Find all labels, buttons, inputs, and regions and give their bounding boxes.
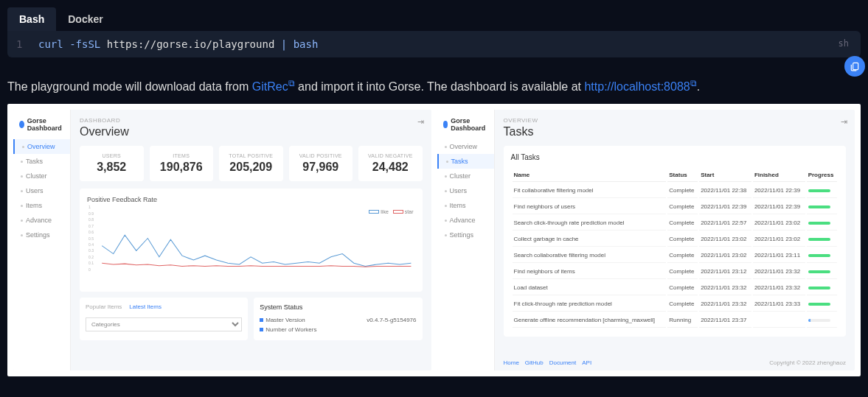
system-status-row: Master Versionv0.4.7-5-g5154976 <box>260 315 416 325</box>
svg-text:0.9: 0.9 <box>88 211 94 216</box>
sidebar-item-items[interactable]: Items <box>13 198 70 213</box>
sidebar-item-overview[interactable]: Overview <box>437 139 494 154</box>
task-start: 2022/11/01 23:32 <box>699 281 751 295</box>
task-progress <box>807 297 837 312</box>
svg-text:0.4: 0.4 <box>88 242 94 247</box>
stat-card: USERS 3,852 <box>80 146 144 181</box>
sidebar-item-tasks[interactable]: Tasks <box>437 154 494 169</box>
task-start: 2022/11/01 22:39 <box>699 200 751 214</box>
task-start: 2022/11/01 23:02 <box>699 232 751 247</box>
sidebar: Gorse Dashboard Overview Tasks Cluster U… <box>437 110 495 370</box>
footer-link[interactable]: Home <box>504 359 519 366</box>
task-progress <box>807 216 837 231</box>
task-progress <box>807 281 837 295</box>
svg-text:1: 1 <box>88 205 91 210</box>
task-name: Find neighbors of items <box>513 264 667 279</box>
gitrec-link[interactable]: GitRec⧉ <box>252 80 295 93</box>
system-status-card: System Status Master Versionv0.4.7-5-g51… <box>254 298 422 340</box>
tasks-screenshot: Gorse Dashboard Overview Tasks Cluster U… <box>437 110 855 370</box>
tab-docker[interactable]: Docker <box>56 7 114 31</box>
sidebar-item-settings[interactable]: Settings <box>13 228 70 242</box>
task-finished: 2022/11/01 22:39 <box>753 200 805 214</box>
footer-link[interactable]: GitHub <box>525 359 544 366</box>
logo-icon <box>443 121 448 128</box>
tasks-main: ⇥ OVERVIEW Tasks All Tasks Name Status S… <box>495 110 855 370</box>
popular-items-card: Popular Items Latest Items Categories <box>80 298 248 340</box>
task-finished: 2022/11/01 22:39 <box>753 183 805 198</box>
task-name: Fit collaborative filtering model <box>513 183 667 198</box>
sidebar-item-users[interactable]: Users <box>437 183 494 198</box>
sidebar-item-cluster[interactable]: Cluster <box>13 169 70 183</box>
svg-text:0.6: 0.6 <box>88 230 94 234</box>
table-row: Fit click-through rate prediction model … <box>513 297 838 312</box>
tasks-table: Name Status Start Finished Progress Fit … <box>511 167 839 329</box>
system-status-title: System Status <box>260 303 416 311</box>
logout-icon[interactable]: ⇥ <box>417 117 424 127</box>
copy-button[interactable] <box>844 56 865 77</box>
col-finished: Finished <box>753 169 805 182</box>
stat-label: VALID POSITIVE <box>294 153 349 158</box>
task-name: Generate offline recommendation [charmin… <box>513 313 667 328</box>
stat-card: VALID NEGATIVE 24,482 <box>358 146 423 181</box>
sidebar-item-advance[interactable]: Advance <box>437 213 494 228</box>
sidebar-item-cluster[interactable]: Cluster <box>437 169 494 183</box>
task-progress <box>807 183 837 198</box>
task-status: Complete <box>667 264 698 279</box>
task-name: Load dataset <box>513 281 667 295</box>
task-name: Collect garbage in cache <box>513 232 667 247</box>
code-language-label: sh <box>839 38 849 49</box>
footer: HomeGitHubDocumentAPI Copyright © 2022 z… <box>504 359 847 366</box>
task-start: 2022/11/01 22:57 <box>699 216 751 231</box>
task-finished: 2022/11/01 23:02 <box>753 232 805 247</box>
svg-text:0.2: 0.2 <box>88 255 94 259</box>
screenshots-container: Gorse Dashboard Overview Tasks Cluster U… <box>7 104 861 376</box>
sidebar-item-users[interactable]: Users <box>13 183 70 198</box>
clipboard-icon <box>850 61 860 71</box>
chart-legend: like star <box>369 209 413 214</box>
task-start: 2022/11/01 23:02 <box>699 248 751 263</box>
task-status: Complete <box>667 297 698 312</box>
task-progress <box>807 248 837 263</box>
table-row: Load dataset Complete 2022/11/01 23:32 2… <box>513 281 838 295</box>
col-status: Status <box>667 169 698 182</box>
sidebar-item-tasks[interactable]: Tasks <box>13 154 70 169</box>
localhost-link[interactable]: http://localhost:8088⧉ <box>584 80 696 93</box>
table-row: Collect garbage in cache Complete 2022/1… <box>513 232 838 247</box>
footer-link[interactable]: API <box>582 359 591 366</box>
tab-bash[interactable]: Bash <box>7 7 56 31</box>
logout-icon[interactable]: ⇥ <box>841 117 847 127</box>
stat-card: ITEMS 190,876 <box>150 146 214 181</box>
task-finished: 2022/11/01 23:32 <box>753 264 805 279</box>
table-row: Generate offline recommendation [charmin… <box>513 313 838 328</box>
stat-card: TOTAL POSITIVE 205,209 <box>219 146 283 181</box>
table-row: Search collaborative filtering model Com… <box>513 248 838 263</box>
task-status: Complete <box>667 232 698 247</box>
task-finished: 2022/11/01 23:33 <box>753 297 805 312</box>
description-text: The playground mode will download data f… <box>7 57 861 104</box>
sidebar-item-items[interactable]: Items <box>437 198 494 213</box>
external-link-icon: ⧉ <box>690 78 697 88</box>
logo: Gorse Dashboard <box>13 114 70 139</box>
tasks-subtitle: All Tasks <box>511 153 839 161</box>
task-progress <box>807 264 837 279</box>
stat-value: 190,876 <box>154 161 209 174</box>
sidebar-item-overview[interactable]: Overview <box>13 139 70 154</box>
sidebar-item-advance[interactable]: Advance <box>13 213 70 228</box>
svg-text:0.5: 0.5 <box>88 236 94 241</box>
sidebar-item-settings[interactable]: Settings <box>437 228 494 242</box>
table-row: Search click-through rate prediction mod… <box>513 216 838 231</box>
task-status: Complete <box>667 183 698 198</box>
task-progress <box>807 200 837 214</box>
tab-latest-items[interactable]: Latest Items <box>129 302 162 312</box>
task-status: Complete <box>667 200 698 214</box>
categories-select[interactable]: Categories <box>86 317 242 331</box>
stat-card: VALID POSITIVE 97,969 <box>289 146 353 181</box>
svg-text:0.3: 0.3 <box>88 249 94 253</box>
stats-row: USERS 3,852 ITEMS 190,876 TOTAL POSITIVE… <box>80 146 423 181</box>
breadcrumb: DASHBOARD <box>80 117 423 124</box>
stat-label: USERS <box>84 153 139 158</box>
code-block: sh 1 curl -fsSL https://gorse.io/playgro… <box>7 31 861 57</box>
tab-popular-items[interactable]: Popular Items <box>86 302 122 312</box>
footer-link[interactable]: Document <box>549 359 576 366</box>
svg-text:0: 0 <box>88 267 91 272</box>
